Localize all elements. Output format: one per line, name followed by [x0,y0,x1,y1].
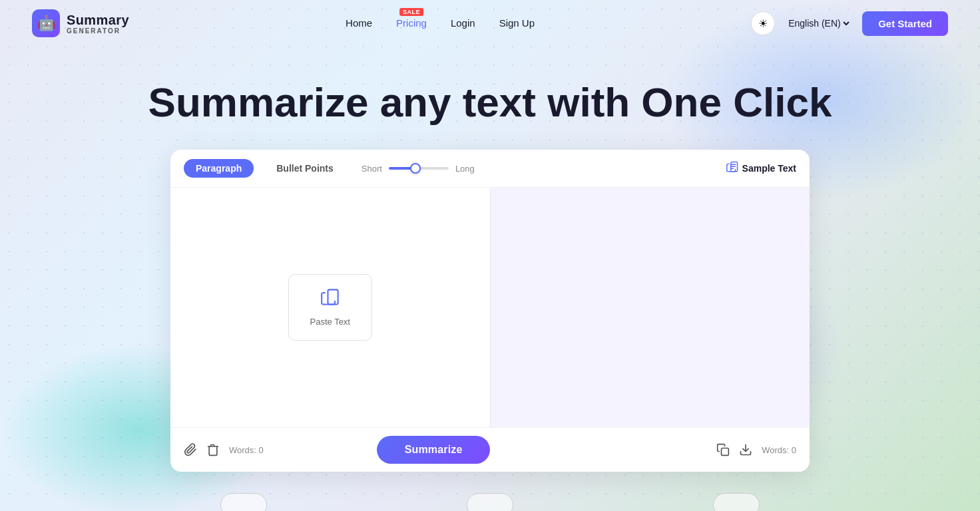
svg-rect-4 [328,290,338,305]
slider-thumb[interactable] [410,163,421,174]
paste-label: Paste Text [310,317,350,327]
logo-subtitle: GENERATOR [67,27,129,35]
logo[interactable]: 🤖 Summary GENERATOR [32,9,129,37]
nav-login[interactable]: Login [451,17,475,29]
nav-right: ☀ English (EN) Get Started [751,11,948,36]
sample-text-button[interactable]: Sample Text [726,161,796,176]
logo-emoji: 🤖 [37,15,55,32]
input-area[interactable]: Paste Text [170,188,491,427]
bottom-section [0,472,980,511]
logo-icon: 🤖 [32,9,60,37]
navbar: 🤖 Summary GENERATOR Home SALE Pricing Lo… [0,0,980,47]
language-select[interactable]: English (EN) [786,17,852,29]
nav-home-link[interactable]: Home [346,17,372,29]
nav-login-link[interactable]: Login [451,17,475,29]
delete-button[interactable] [206,443,220,456]
sale-badge: SALE [399,8,423,16]
tab-bullets-button[interactable]: Bullet Points [264,159,346,178]
paste-text-button[interactable]: Paste Text [288,274,372,341]
nav-home[interactable]: Home [346,17,372,29]
input-word-count: Words: 0 [229,445,264,455]
tab-paragraph-button[interactable]: Paragraph [184,159,254,178]
get-started-button[interactable]: Get Started [862,11,948,36]
sample-text-icon [726,161,738,176]
length-long-label: Long [455,164,475,174]
download-output-button[interactable] [739,443,752,456]
footer-right: Words: 0 [716,443,796,456]
card-body: Paste Text [170,188,810,427]
length-short-label: Short [362,164,382,174]
summarize-button[interactable]: Summarize [377,436,491,464]
length-control: Short Long [362,164,475,174]
nav-pricing-wrap: SALE Pricing [396,17,427,29]
sample-text-label: Sample Text [742,163,796,174]
length-slider-track[interactable] [389,167,449,170]
card-toolbar: Paragraph Bullet Points Short Long Sampl… [170,150,810,188]
logo-text: Summary GENERATOR [67,13,129,35]
bottom-btn-center[interactable] [467,493,513,511]
tool-card: Paragraph Bullet Points Short Long Sampl… [170,150,810,472]
output-word-count: Words: 0 [762,445,796,455]
hero-title: Summarize any text with One Click [0,79,980,126]
nav-pricing-link[interactable]: Pricing [396,17,427,29]
bottom-btn-right[interactable] [713,493,760,511]
logo-title: Summary [67,13,129,27]
output-area [491,188,810,427]
bottom-btn-left[interactable] [220,493,267,511]
svg-rect-5 [722,448,729,456]
paste-icon [321,288,340,311]
theme-icon: ☀ [758,17,768,30]
nav-links: Home SALE Pricing Login Sign Up [346,17,535,29]
card-footer: Words: 0 Summarize Words: 0 [170,427,810,472]
nav-signup-link[interactable]: Sign Up [499,17,535,29]
footer-left: Words: 0 [184,443,264,456]
hero-section: Summarize any text with One Click [0,47,980,150]
nav-signup[interactable]: Sign Up [499,17,535,29]
copy-output-button[interactable] [716,443,730,456]
attach-button[interactable] [184,443,197,456]
theme-toggle-button[interactable]: ☀ [751,11,775,35]
